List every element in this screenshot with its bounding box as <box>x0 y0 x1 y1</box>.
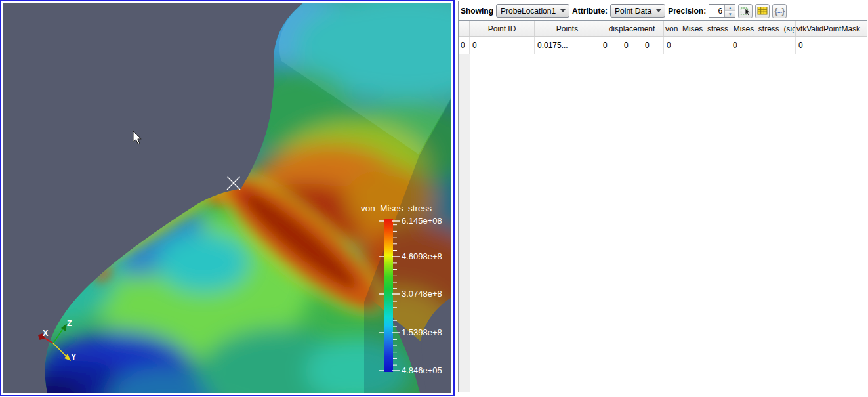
color-legend-title: von_Mises_stress <box>361 203 432 213</box>
legend-tick-label: 1.5398e+8 <box>402 327 442 337</box>
table-row[interactable]: 0 0 0.0175... 0 0 0 0 0 0 <box>459 37 867 54</box>
spin-up-button[interactable]: ▲ <box>725 5 735 10</box>
column-header-mises-stress-sig[interactable]: _Mises_stress_(sig <box>730 21 796 36</box>
cell-mises-stress-sig[interactable]: 0 <box>730 37 796 54</box>
legend-tick-label: 4.846e+05 <box>402 366 442 375</box>
cell-point-id[interactable]: 0 <box>470 37 535 54</box>
legend-tick-label: 3.0748e+8 <box>402 289 442 299</box>
chevron-down-icon <box>560 9 566 12</box>
cell-vtk-valid-point-mask[interactable]: 0 <box>796 37 861 54</box>
column-header-von-mises-stress[interactable]: von_Mises_stress <box>664 21 730 36</box>
displacement-y: 0 <box>621 41 642 50</box>
precision-input[interactable] <box>709 5 724 17</box>
attribute-selector[interactable]: Point Data <box>610 4 665 18</box>
toggle-field-format-button[interactable]: { } <box>772 4 787 18</box>
cell-displacement[interactable]: 0 0 0 <box>600 37 664 54</box>
toggle-column-visibility-button[interactable] <box>755 4 770 18</box>
table-header-row: Point ID Points displacement von_Mises_s… <box>459 21 867 37</box>
spreadsheet-view: Showing ProbeLocation1 Attribute: Point … <box>458 1 867 392</box>
axis-y-label: Y <box>71 352 77 362</box>
select-block-icon <box>740 5 751 16</box>
spin-down-button[interactable]: ▼ <box>725 10 735 17</box>
precision-label: Precision: <box>668 7 706 16</box>
column-header-points[interactable]: Points <box>535 21 600 36</box>
point-data-table: Point ID Points displacement von_Mises_s… <box>459 20 867 392</box>
column-grid-icon <box>757 5 768 16</box>
source-selector-value: ProbeLocation1 <box>501 7 556 16</box>
precision-spinbox[interactable]: ▲ ▼ <box>709 4 735 18</box>
chevron-down-icon <box>656 9 661 12</box>
corner-header-cell <box>459 21 470 36</box>
select-block-button[interactable] <box>738 4 753 18</box>
column-header-point-id[interactable]: Point ID <box>470 21 535 36</box>
axis-z-label: Z <box>67 319 72 328</box>
format-braces-icon: { } <box>774 5 785 16</box>
svg-text:}: } <box>781 7 785 16</box>
color-legend-bar <box>384 219 393 372</box>
render-view-3d[interactable]: von_Mises_stress <box>0 0 455 396</box>
column-header-displacement[interactable]: displacement <box>600 21 664 36</box>
svg-text:{: { <box>774 7 777 16</box>
showing-label: Showing <box>461 7 493 16</box>
axis-x-label: X <box>43 329 49 338</box>
cell-points[interactable]: 0.0175... <box>535 37 600 54</box>
displacement-x: 0 <box>600 41 621 50</box>
render-scene[interactable]: von_Mises_stress <box>3 3 451 393</box>
cell-von-mises-stress[interactable]: 0 <box>664 37 730 54</box>
legend-tick-label: 6.145e+08 <box>402 216 442 226</box>
column-header-vtk-valid-point-mask[interactable]: vtkValidPointMask <box>796 21 861 36</box>
row-header-cell[interactable]: 0 <box>459 37 470 54</box>
spreadsheet-toolbar: Showing ProbeLocation1 Attribute: Point … <box>459 1 867 20</box>
row-header-strip <box>459 54 470 392</box>
attribute-selector-value: Point Data <box>615 7 651 16</box>
source-selector[interactable]: ProbeLocation1 <box>496 4 569 18</box>
displacement-z: 0 <box>642 41 663 50</box>
attribute-label: Attribute: <box>572 7 608 16</box>
legend-tick-label: 4.6098e+8 <box>402 251 442 261</box>
